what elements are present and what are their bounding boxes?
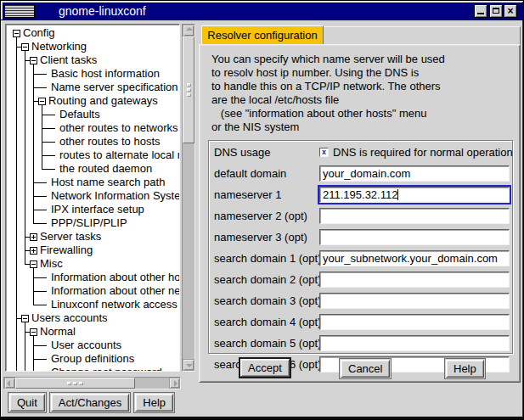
tree-item-label: Firewalling (37, 244, 93, 257)
tree-item[interactable]: the routed daemon (13, 162, 179, 176)
close-button[interactable]: × (504, 4, 517, 18)
tree-item[interactable]: other routes to hosts (13, 135, 179, 148)
tree-guide (13, 284, 21, 298)
tree-item-label: Host name search path (48, 176, 165, 189)
tree-item-label: routes to alternate local ne (57, 148, 180, 162)
tree-item[interactable]: Misc (13, 257, 179, 271)
close-icon: × (504, 4, 516, 18)
text-input[interactable]: 211.195.32.112 (319, 187, 510, 203)
tree-item[interactable]: Host name search path (13, 176, 179, 189)
minimize-button[interactable] (474, 4, 487, 18)
tree-guide (13, 271, 21, 284)
config-tree[interactable]: ConfigNetworkingClient tasksBasic host i… (5, 24, 180, 372)
form-row: nameserver 1211.195.32.112 (209, 184, 512, 205)
expand-icon[interactable] (30, 233, 37, 241)
tree-connector (38, 176, 48, 189)
tree-guide (30, 108, 38, 121)
tree-item[interactable]: Normal (13, 325, 179, 339)
tree-item[interactable]: User accounts (13, 339, 179, 352)
text-input[interactable] (319, 272, 510, 288)
form-row: search domain 2 (opt) (209, 269, 512, 290)
horizontal-scroll-thumb[interactable] (15, 378, 135, 389)
tree-item[interactable]: Group definitions (13, 352, 179, 366)
tree-item[interactable]: Basic host information (13, 67, 179, 81)
tree-item[interactable]: IPX interface setup (13, 203, 179, 216)
tree-guide (30, 366, 38, 372)
collapse-icon[interactable] (30, 57, 37, 64)
tree-item[interactable]: Server tasks (13, 230, 179, 244)
scroll-left-button[interactable] (4, 378, 15, 389)
text-input[interactable] (319, 229, 510, 245)
scroll-right-button[interactable] (169, 378, 180, 389)
expand-icon[interactable] (30, 247, 37, 255)
collapse-icon[interactable] (38, 98, 46, 105)
tree-item[interactable]: Change root password (13, 366, 179, 372)
tree-item[interactable]: Information about other hosts (13, 271, 179, 284)
tree-item-label: Networking (29, 40, 87, 53)
window-menu-icon[interactable] (4, 4, 35, 18)
collapse-icon[interactable] (21, 315, 29, 322)
tree-item[interactable]: Config (13, 26, 179, 40)
tree-guide (13, 298, 21, 311)
tree-item[interactable]: Defaults (13, 108, 179, 121)
help-button-main[interactable]: Help (133, 392, 175, 413)
tree-item[interactable]: Information about other netw (13, 284, 179, 298)
tree-guide (21, 176, 30, 189)
act-changes-button[interactable]: Act/Changes (49, 392, 131, 413)
text-input[interactable]: your_subnetwork.your_domain.com (319, 250, 510, 266)
quit-button[interactable]: Quit (8, 392, 47, 413)
tree-guide (13, 135, 21, 148)
accept-button[interactable]: Accept (239, 357, 291, 378)
tree-guide (13, 81, 21, 94)
tree-guide (13, 203, 21, 216)
tab-resolver-configuration[interactable]: Resolver configuration (201, 25, 324, 44)
tree-guide (21, 339, 30, 352)
tree-item[interactable]: PPP/SLIP/PLIP (13, 216, 179, 230)
input-value: your_subnetwork.your_domain.com (323, 252, 498, 265)
scroll-down-button[interactable] (183, 359, 194, 371)
tree-item[interactable]: Client tasks (13, 53, 179, 67)
text-input[interactable] (319, 208, 510, 224)
tree-guide (30, 94, 38, 108)
collapse-icon[interactable] (30, 328, 37, 336)
tree-item[interactable]: Routing and gateways (13, 94, 179, 108)
tree-item[interactable]: other routes to networks (13, 121, 179, 135)
tree-connector (38, 271, 48, 284)
text-input[interactable] (319, 293, 510, 309)
tree-item[interactable]: Network Information System (13, 189, 179, 203)
collapse-icon[interactable] (30, 260, 37, 268)
help-button-panel[interactable]: Help (444, 358, 486, 379)
tree-guide (21, 203, 30, 216)
tree-horizontal-scrollbar[interactable] (3, 377, 181, 389)
tree-item[interactable]: routes to alternate local ne (13, 148, 179, 162)
tree-guide (13, 257, 21, 271)
tree-item[interactable]: Linuxconf network access (13, 298, 179, 311)
maximize-button[interactable] (489, 4, 503, 18)
vertical-scroll-thumb[interactable] (183, 36, 194, 143)
tree-guide (30, 203, 38, 216)
tree-guide (21, 53, 30, 67)
text-input[interactable] (319, 314, 510, 330)
collapse-icon[interactable] (21, 43, 29, 51)
tree-item-label: Config (20, 26, 55, 40)
tree-vertical-scrollbar[interactable] (182, 24, 195, 372)
tree-item[interactable]: Firewalling (13, 244, 179, 257)
tree-guide (21, 216, 30, 230)
collapse-icon[interactable] (13, 30, 20, 37)
tree-guide (13, 189, 21, 203)
tree-item-label: Server tasks (37, 230, 101, 244)
dns-usage-checkbox[interactable]: x (319, 148, 329, 157)
field-label: nameserver 3 (opt) (214, 231, 319, 244)
tree-item[interactable]: Networking (13, 40, 179, 53)
tree-item[interactable]: Name server specification (D (13, 81, 179, 94)
tree-item[interactable]: Users accounts (13, 311, 179, 325)
tree-guide (13, 352, 21, 366)
cancel-button[interactable]: Cancel (339, 358, 392, 379)
tree-guide (13, 230, 21, 244)
field-label: search domain 1 (opt) (214, 252, 319, 265)
form-row: nameserver 2 (opt) (209, 205, 512, 227)
text-input[interactable]: your_domain.com (319, 165, 510, 182)
scroll-up-button[interactable] (183, 25, 194, 36)
text-input[interactable] (319, 335, 510, 351)
tree-item-label: Change root password (48, 366, 162, 372)
